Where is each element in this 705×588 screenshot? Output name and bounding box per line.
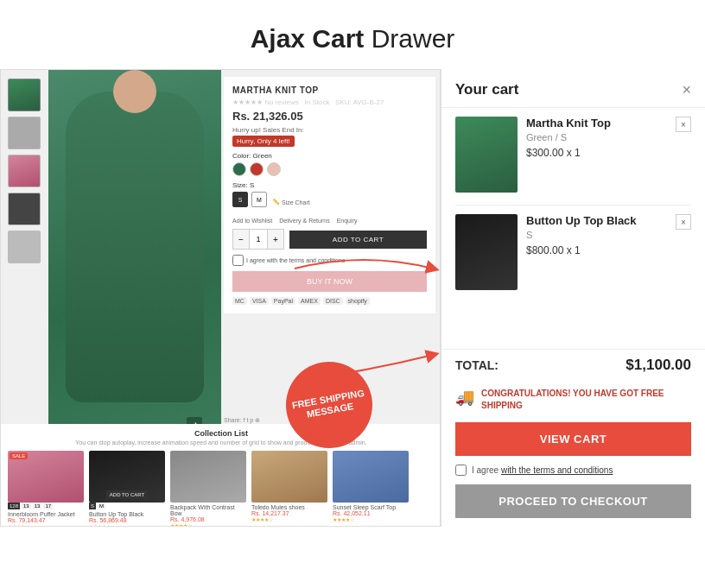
- cart-item-variant-2: S: [526, 230, 691, 240]
- collection-item-price: Rs. 14,217.37: [251, 510, 327, 516]
- cart-item-image-1: [455, 117, 518, 193]
- list-item: Toledo Mules shoes Rs. 14,217.37 ★★★★☆: [251, 451, 327, 527]
- cart-item: Button Up Top Black S $800.00 x 1 ×: [455, 214, 691, 290]
- paypal-icon: PayPal: [271, 297, 295, 305]
- cart-item-black-img: [455, 214, 518, 290]
- checkout-button[interactable]: PROCEED TO CHECKOUT: [455, 484, 691, 518]
- terms-checkbox-row: I agree with the terms and conditions: [232, 255, 427, 266]
- page-header: Ajax Cart Drawer: [0, 0, 705, 69]
- quantity-control: − 1 +: [232, 229, 284, 250]
- collection-item-name: Button Up Top Black: [89, 511, 165, 517]
- collection-item-image[interactable]: [333, 451, 409, 503]
- swatch-red[interactable]: [250, 162, 264, 176]
- cart-item-info-2: Button Up Top Black S $800.00 x 1: [526, 214, 691, 290]
- collection-item-name: Backpack With Contrast Bow: [170, 504, 246, 516]
- cart-close-button[interactable]: ×: [682, 82, 691, 98]
- thumb-4[interactable]: [8, 193, 41, 225]
- collection-item-stars: ★★★★☆: [333, 516, 409, 522]
- product-detail-panel: MARTHA KNIT TOP ★★★★★ No reviews In Stoc…: [224, 77, 435, 313]
- size-chart-link[interactable]: 📏 Size Chart: [272, 199, 310, 205]
- collection-title: Collection List: [8, 429, 435, 438]
- collection-item-price: Rs. 56,869.48: [89, 517, 165, 523]
- color-swatches: [232, 162, 427, 176]
- size-label: Size: S: [232, 181, 427, 189]
- swatch-beige[interactable]: [267, 162, 281, 176]
- cart-item-price-2: $800.00 x 1: [526, 244, 691, 256]
- shopify-icon: shopify: [346, 297, 370, 305]
- model-silhouette: [66, 92, 204, 402]
- product-title: MARTHA KNIT TOP: [232, 85, 427, 95]
- size-s[interactable]: S: [232, 192, 248, 207]
- cart-item: Martha Knit Top Green / S $300.00 x 1 ×: [455, 117, 691, 193]
- sale-badge: SALE: [10, 452, 28, 459]
- cart-title: Your cart: [455, 81, 518, 98]
- product-main-image: [48, 70, 221, 424]
- qty-decrease[interactable]: −: [233, 230, 249, 249]
- list-item: SALE 128 13 13 17 Innerbloom Puffer Jack…: [8, 451, 84, 527]
- thumb-3[interactable]: [8, 155, 41, 187]
- cart-item-variant-1: Green / S: [526, 132, 691, 142]
- add-to-cart-button[interactable]: ADD TO CART: [289, 231, 427, 249]
- collection-item-image[interactable]: ADD TO CART: [89, 451, 165, 503]
- cart-item-price-1: $300.00 x 1: [526, 147, 691, 159]
- product-page: ⤢ MARTHA KNIT TOP ★★★★★ No reviews In St…: [0, 69, 441, 527]
- cart-terms-link[interactable]: with the terms and conditions: [501, 465, 613, 475]
- collection-item-image[interactable]: SALE: [8, 451, 84, 503]
- truck-icon: 🚚: [455, 388, 474, 407]
- thumb-1[interactable]: [8, 79, 41, 111]
- collection-items: SALE 128 13 13 17 Innerbloom Puffer Jack…: [8, 451, 435, 527]
- mastercard-icon: MC: [232, 297, 247, 305]
- action-links: Add to Wishlist Delivery & Returns Enqui…: [232, 218, 427, 224]
- cart-drawer: Your cart × Martha Knit Top Green / S $3…: [441, 69, 705, 527]
- cart-item-name-1: Martha Knit Top: [526, 117, 691, 130]
- add-to-wishlist-link[interactable]: Add to Wishlist: [232, 218, 272, 224]
- delivery-returns-link[interactable]: Delivery & Returns: [279, 218, 329, 224]
- collection-item-image[interactable]: [251, 451, 327, 503]
- payment-icons: MC VISA PayPal AMEX DISC shopify: [232, 297, 427, 305]
- shipping-text: CONGRATULATIONS! YOU HAVE GOT FREE SHIPP…: [481, 388, 691, 412]
- size-options: S M: [232, 192, 267, 207]
- cart-item-info-1: Martha Knit Top Green / S $300.00 x 1: [526, 117, 691, 193]
- hurry-badge: Hurry, Only 4 left!: [232, 136, 295, 147]
- model-head: [113, 70, 156, 113]
- collection-item-price: Rs. 42,052.11: [333, 510, 409, 516]
- product-price: Rs. 21,326.05: [232, 110, 427, 123]
- color-label: Color: Green: [232, 152, 427, 160]
- enquiry-link[interactable]: Enquiry: [337, 218, 358, 224]
- visa-icon: VISA: [250, 297, 269, 305]
- collection-item-price: Rs. 79,143.47: [8, 517, 84, 523]
- qty-increase[interactable]: +: [268, 230, 283, 249]
- cart-item-green-img: [455, 117, 518, 193]
- header-title-bold: Ajax Cart: [251, 24, 365, 53]
- total-label: TOTAL:: [455, 358, 499, 372]
- collection-item-stars: ★★★★☆: [89, 523, 165, 527]
- collection-item-name: Sunset Sleep Scarf Top: [333, 504, 409, 510]
- share-bar: Share: f t p ⊕: [224, 417, 260, 424]
- collection-item-price: Rs. 4,976.08: [170, 516, 246, 522]
- thumb-5[interactable]: [8, 231, 41, 263]
- cart-terms-row: I agree with the terms and conditions: [441, 459, 705, 481]
- cart-shipping-message: 🚚 CONGRATULATIONS! YOU HAVE GOT FREE SHI…: [441, 381, 705, 419]
- collection-item-stars: ★★★★☆: [8, 523, 84, 527]
- collection-item-image[interactable]: [170, 451, 246, 503]
- terms-checkbox[interactable]: [232, 255, 244, 266]
- cart-terms-checkbox[interactable]: [455, 465, 467, 476]
- swatch-green[interactable]: [232, 162, 246, 176]
- buy-now-button[interactable]: BUY IT NOW: [232, 271, 427, 292]
- discover-icon: DISC: [323, 297, 343, 305]
- quantity-row: − 1 + ADD TO CART: [232, 229, 427, 250]
- cart-terms-text: I agree with the terms and conditions: [472, 465, 613, 475]
- collection-add-to-cart[interactable]: ADD TO CART: [106, 490, 148, 499]
- collection-section: Collection List You can stop autoplay, i…: [1, 424, 441, 526]
- size-labels: S M: [89, 503, 165, 509]
- cart-items-list: Martha Knit Top Green / S $300.00 x 1 × …: [441, 108, 705, 349]
- collection-item-name: Innerbloom Puffer Jacket: [8, 511, 84, 517]
- thumb-2[interactable]: [8, 117, 41, 149]
- size-m[interactable]: M: [251, 192, 267, 207]
- cart-item-remove-1[interactable]: ×: [676, 117, 691, 132]
- cart-item-remove-2[interactable]: ×: [676, 214, 691, 230]
- thumbnail-strip: [8, 79, 41, 263]
- total-amount: $1,100.00: [626, 357, 691, 374]
- view-cart-button[interactable]: VIEW CART: [455, 422, 691, 456]
- collection-item-name: Toledo Mules shoes: [251, 504, 327, 510]
